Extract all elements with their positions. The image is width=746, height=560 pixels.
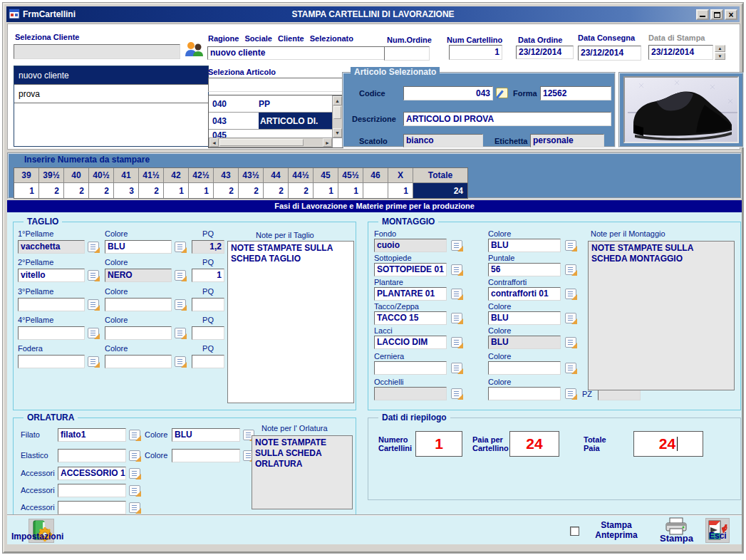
- title-bar[interactable]: FrmCartellini STAMPA CARTELLINI DI LAVOR…: [6, 6, 740, 22]
- qty-cell[interactable]: 1: [14, 183, 39, 198]
- pq-field[interactable]: [192, 355, 224, 368]
- data-stampa-field[interactable]: 23/12/2014: [648, 45, 713, 60]
- article-grid-vscrollbar[interactable]: ▲ ▼: [332, 95, 343, 138]
- scroll-left-arrow[interactable]: ◄: [209, 138, 219, 147]
- esci-label[interactable]: Esci: [709, 531, 727, 541]
- list-item[interactable]: nuovo cliente: [14, 66, 208, 85]
- lacci-field[interactable]: LACCIO DIM: [374, 336, 447, 349]
- scroll-up-arrow[interactable]: ▲: [333, 96, 342, 105]
- fodera-field[interactable]: [18, 355, 85, 368]
- lookup-icon[interactable]: [565, 240, 576, 251]
- data-ordine-field[interactable]: 23/12/2014: [516, 46, 574, 59]
- accessori-field[interactable]: [58, 484, 126, 497]
- hscroll-thumb[interactable]: [219, 139, 304, 146]
- colore-field[interactable]: [105, 298, 172, 311]
- lookup-icon[interactable]: [129, 468, 140, 479]
- spinner-down[interactable]: ▼: [715, 53, 725, 60]
- lookup-icon[interactable]: [175, 328, 186, 338]
- lookup-icon[interactable]: [129, 502, 140, 513]
- colore-field[interactable]: [488, 361, 561, 375]
- article-desc-cell[interactable]: PP: [259, 95, 333, 112]
- colore-field[interactable]: BLU: [105, 240, 172, 254]
- stampa-label[interactable]: Stampa: [660, 533, 693, 544]
- stampa-button[interactable]: Stampa: [661, 517, 693, 544]
- stampa-anteprima-label[interactable]: Stampa Anteprima: [586, 520, 647, 540]
- lookup-icon[interactable]: [129, 430, 140, 440]
- colore-field[interactable]: [105, 326, 172, 340]
- lookup-icon[interactable]: [88, 328, 99, 338]
- lookup-icon[interactable]: [565, 363, 576, 373]
- qty-cell[interactable]: 2: [64, 183, 89, 198]
- article-grid-hscrollbar[interactable]: ◄ ►: [209, 138, 333, 147]
- lookup-icon[interactable]: [451, 363, 462, 373]
- qty-cell[interactable]: 3: [114, 183, 139, 198]
- qty-cell[interactable]: 1: [338, 183, 363, 198]
- data-consegna-field[interactable]: 23/12/2014: [578, 46, 641, 61]
- lookup-icon[interactable]: [175, 356, 186, 367]
- qty-cell[interactable]: [363, 183, 388, 198]
- articolo-search-input[interactable]: [208, 78, 343, 92]
- lookup-icon[interactable]: [565, 264, 576, 275]
- lookup-icon[interactable]: [175, 242, 186, 252]
- tacco-field[interactable]: TACCO 15: [374, 311, 447, 325]
- close-button[interactable]: ×: [725, 9, 737, 20]
- lookup-icon[interactable]: [451, 264, 462, 275]
- pq-field[interactable]: 1: [192, 269, 224, 282]
- lookup-icon[interactable]: [565, 289, 576, 299]
- num-cartellino-field[interactable]: 1: [449, 45, 502, 60]
- lookup-icon[interactable]: [565, 337, 576, 348]
- lookup-icon[interactable]: [175, 299, 186, 310]
- qty-cell[interactable]: 2: [264, 183, 289, 198]
- client-list[interactable]: nuovo cliente prova: [14, 66, 209, 147]
- pellame-field[interactable]: [18, 298, 85, 311]
- article-code-cell[interactable]: 040: [209, 95, 259, 112]
- plantare-field[interactable]: PLANTARE 01: [374, 287, 447, 301]
- spinner-up[interactable]: ▲: [715, 45, 725, 52]
- scroll-down-arrow[interactable]: ▼: [333, 128, 342, 138]
- ragione-sociale-field[interactable]: nuovo cliente: [207, 46, 388, 60]
- pq-field[interactable]: [192, 298, 224, 311]
- accessori-field[interactable]: ACCESSORIO 1: [58, 467, 126, 480]
- list-item[interactable]: prova: [14, 85, 208, 103]
- colore-field[interactable]: NERO: [105, 269, 172, 282]
- lookup-icon[interactable]: [88, 299, 99, 310]
- colore-field[interactable]: BLU: [172, 428, 240, 442]
- minimize-button[interactable]: [696, 9, 709, 20]
- puntale-field[interactable]: 56: [488, 263, 561, 276]
- etichetta-field[interactable]: personale: [530, 134, 604, 147]
- accessori-field[interactable]: [58, 501, 126, 514]
- scroll-right-arrow[interactable]: ►: [323, 138, 332, 147]
- pellame-field[interactable]: vitello: [18, 269, 85, 282]
- qty-cell[interactable]: 1: [388, 183, 413, 198]
- article-code-cell[interactable]: 043: [209, 113, 259, 129]
- pq-field[interactable]: [192, 326, 224, 340]
- lookup-icon[interactable]: [565, 313, 576, 323]
- note-orlatura-field[interactable]: NOTE STAMPATE SULLA SCHEDA ORLATURA: [252, 435, 353, 509]
- seleziona-cliente-combo[interactable]: [14, 44, 180, 59]
- qty-cell[interactable]: 2: [139, 183, 164, 198]
- qty-cell[interactable]: 2: [39, 183, 64, 198]
- lookup-icon[interactable]: [565, 388, 576, 399]
- qty-cell[interactable]: 2: [289, 183, 314, 198]
- note-taglio-field[interactable]: NOTE STAMPATE SULLA SCHEDA TAGLIO: [227, 241, 354, 403]
- sottopiede-field[interactable]: SOTTOPIEDE 01: [374, 263, 447, 276]
- article-grid[interactable]: 040 PP 043 ARTICOLO DI. 045 ▲ ▼ ◄ ►: [208, 95, 343, 148]
- note-montaggio-field[interactable]: NOTE STAMPATE SULLA SCHEDA MONTAGGIO: [588, 241, 735, 390]
- colore-field[interactable]: BLU: [488, 336, 561, 349]
- vscroll-thumb[interactable]: [333, 106, 341, 119]
- lookup-icon[interactable]: [451, 337, 462, 348]
- qty-cell[interactable]: 1: [314, 183, 338, 198]
- contrafforti-field[interactable]: contrafforti 01: [488, 287, 561, 301]
- data-stampa-spinner[interactable]: ▲ ▼: [715, 45, 725, 60]
- descrizione-field[interactable]: ARTICOLO DI PROVA: [403, 112, 611, 126]
- qty-cell[interactable]: 1: [164, 183, 189, 198]
- colore-field[interactable]: [172, 449, 240, 462]
- pellame-field[interactable]: vacchetta: [18, 240, 85, 254]
- qty-cell[interactable]: 1: [189, 183, 214, 198]
- maximize-button[interactable]: [710, 9, 723, 20]
- colore-field[interactable]: [488, 387, 561, 400]
- qty-cell[interactable]: 2: [214, 183, 239, 198]
- forma-field[interactable]: 12562: [540, 86, 611, 100]
- lookup-icon[interactable]: [88, 270, 99, 281]
- occhielli-field[interactable]: [374, 387, 447, 400]
